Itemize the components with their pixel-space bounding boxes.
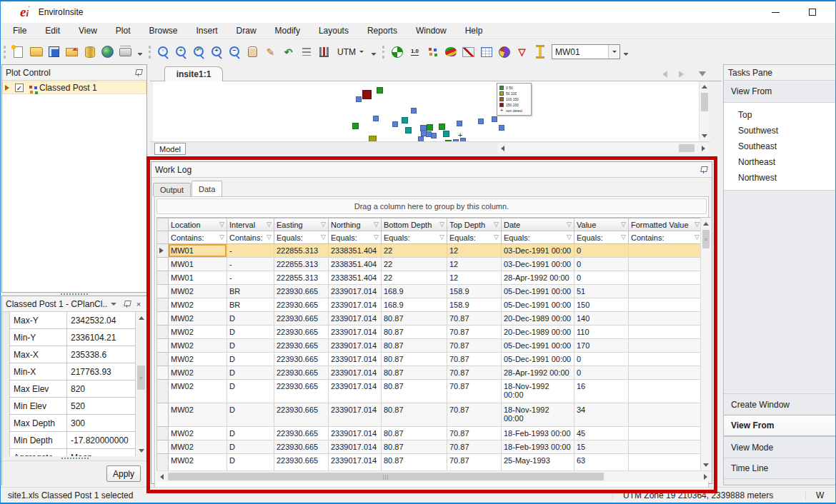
property-value[interactable]: 235338.6 — [67, 346, 135, 363]
grid-cell[interactable]: 0 — [574, 366, 629, 380]
grid-cell[interactable]: 70.87 — [447, 339, 502, 353]
row-indicator[interactable] — [157, 366, 169, 380]
grid-cell[interactable]: MW02 — [169, 312, 227, 326]
grid-cell[interactable]: 28-Apr-1992 00:00 — [502, 366, 574, 380]
property-value[interactable]: 2342532.04 — [67, 312, 135, 328]
row-indicator[interactable] — [157, 244, 169, 258]
plot-horizontal-scrollbar[interactable] — [497, 143, 709, 154]
grid-cell[interactable]: 223930.665 — [274, 380, 329, 403]
grid-cell[interactable] — [629, 366, 701, 380]
grid-cell[interactable]: 80.87 — [382, 366, 447, 380]
row-indicator[interactable] — [157, 353, 169, 366]
color-flood-icon[interactable] — [444, 45, 457, 59]
menu-item-reports[interactable]: Reports — [358, 24, 407, 38]
menu-item-help[interactable]: Help — [456, 24, 492, 38]
grid-cell[interactable]: 223930.665 — [274, 326, 329, 339]
grid-cell[interactable] — [629, 353, 701, 366]
grid-cell[interactable]: 222855.313 — [274, 258, 329, 271]
grid-cell[interactable]: 70.87 — [447, 366, 502, 380]
row-indicator[interactable] — [157, 440, 169, 454]
property-row[interactable]: Max Elev820 — [10, 380, 135, 398]
data-point[interactable] — [439, 124, 445, 130]
filter-funnel-icon[interactable]: ▽ — [621, 234, 626, 241]
grid-cell[interactable]: D — [227, 312, 274, 326]
row-indicator[interactable] — [157, 454, 169, 471]
grid-cell[interactable]: 03-Dec-1991 00:00 — [502, 244, 574, 258]
zoom-window-icon[interactable] — [156, 45, 170, 59]
grid-cell[interactable]: 22 — [382, 271, 447, 285]
column-header-top-depth[interactable]: Top Depth▽ — [447, 218, 502, 231]
filter-cell[interactable]: Equals:▽ — [382, 231, 447, 244]
toolbar-overflow-icon[interactable] — [136, 44, 144, 60]
grid-cell[interactable]: 223930.665 — [274, 339, 329, 353]
menu-item-file[interactable]: File — [4, 24, 36, 38]
grid-cell[interactable] — [629, 271, 701, 285]
tree-item-classed-post[interactable]: Classed Post 1 — [2, 81, 146, 94]
filter-cell[interactable]: Equals:▽ — [329, 231, 382, 244]
data-point[interactable] — [478, 119, 484, 124]
zoom-in-icon[interactable] — [210, 45, 224, 59]
grid-cell[interactable]: 22 — [382, 258, 447, 271]
grid-cell[interactable]: 2339017.014 — [329, 427, 382, 440]
grid-cell[interactable] — [629, 380, 701, 403]
open-file-icon[interactable] — [29, 45, 43, 59]
property-value[interactable]: 820 — [67, 380, 135, 397]
grid-cell[interactable]: 70.87 — [447, 454, 502, 471]
grid-cell[interactable]: BR — [227, 285, 274, 298]
apply-button[interactable]: Apply — [106, 465, 141, 482]
minimize-button[interactable] — [767, 5, 784, 19]
close-icon[interactable] — [134, 300, 143, 308]
grid-horizontal-scrollbar[interactable]: ||| — [156, 470, 711, 482]
grid-cell[interactable]: 223930.665 — [274, 454, 329, 471]
tab-list-dropdown-icon[interactable] — [699, 71, 706, 80]
grid-cell[interactable]: 223930.665 — [274, 285, 329, 298]
column-header-value[interactable]: Value▽ — [574, 218, 629, 231]
column-header-northing[interactable]: Northing▽ — [329, 218, 382, 231]
grid-cell[interactable]: - — [227, 244, 274, 258]
grid-cell[interactable]: 70.87 — [447, 380, 502, 403]
grid-cell[interactable]: 12 — [447, 271, 502, 285]
grid-cell[interactable]: 223930.665 — [274, 366, 329, 380]
toolbar-grip-icon[interactable] — [149, 46, 152, 59]
zoom-out-icon[interactable] — [228, 45, 242, 59]
grid-cell[interactable]: 223930.665 — [274, 440, 329, 454]
menu-item-browse[interactable]: Browse — [140, 24, 187, 38]
row-indicator[interactable] — [157, 326, 169, 339]
grid-cell[interactable]: 80.87 — [382, 326, 447, 339]
grid-cell[interactable]: D — [227, 454, 274, 471]
toolbar-overflow-icon[interactable] — [370, 44, 378, 60]
grid-cell[interactable] — [629, 440, 701, 454]
task-button-view-from[interactable]: View From — [724, 415, 836, 436]
menu-item-edit[interactable]: Edit — [36, 24, 69, 38]
grid-cell[interactable]: 16 — [574, 380, 629, 403]
maximize-button[interactable] — [804, 5, 821, 19]
grid-cell[interactable]: D — [227, 366, 274, 380]
save-icon[interactable] — [47, 45, 61, 59]
properties-scrollbar[interactable]: ≡ — [135, 312, 146, 456]
data-point[interactable] — [373, 116, 379, 121]
filter-funnel-icon[interactable]: ▽ — [321, 234, 326, 241]
grid-cell[interactable]: 18-Feb-1993 00:00 — [502, 440, 574, 454]
model-tab[interactable]: Model — [154, 143, 186, 155]
grid-cell[interactable] — [629, 427, 701, 440]
plot-legend[interactable]: 0 5050 100100 150150 200+non detect — [497, 83, 532, 116]
grid-cell[interactable]: - — [227, 258, 274, 271]
filter-cell[interactable]: Equals:▽ — [502, 231, 574, 244]
data-point[interactable] — [427, 124, 433, 131]
grid-cell[interactable]: MW02 — [169, 285, 227, 298]
grid-cell[interactable]: D — [227, 440, 274, 454]
filter-funnel-icon[interactable]: ▽ — [494, 221, 499, 228]
row-indicator[interactable] — [157, 271, 169, 285]
grid-cell[interactable]: D — [227, 380, 274, 403]
grid-cell[interactable]: 63 — [574, 454, 629, 471]
view-from-top[interactable]: Top — [724, 107, 836, 123]
menu-item-view[interactable]: View — [69, 24, 106, 38]
column-header-easting[interactable]: Easting▽ — [274, 218, 329, 231]
grid-cell[interactable]: 158.9 — [447, 285, 502, 298]
combo-dropdown-button[interactable] — [608, 45, 619, 59]
row-indicator[interactable] — [157, 380, 169, 403]
grid-cell[interactable]: - — [227, 271, 274, 285]
row-indicator[interactable] — [157, 339, 169, 353]
grid-cell[interactable]: D — [227, 427, 274, 440]
grid-cell[interactable]: MW02 — [169, 403, 227, 427]
